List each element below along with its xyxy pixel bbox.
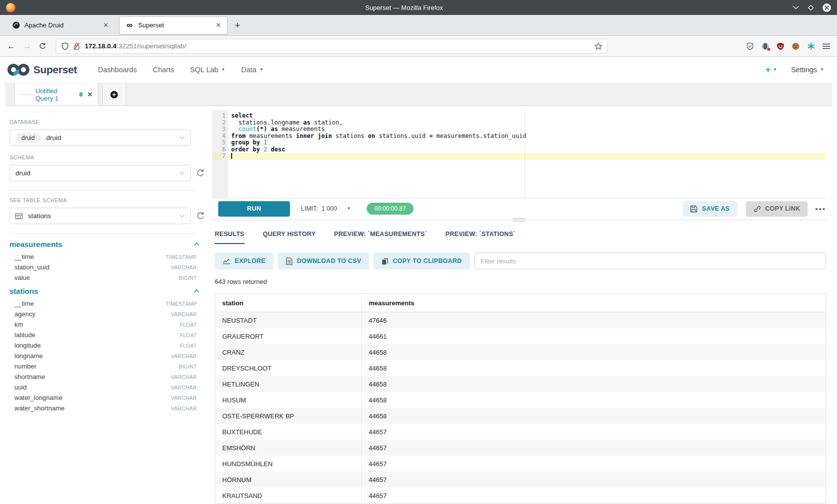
schema-column-row: station_uuid VARCHAR	[9, 262, 197, 272]
window-close-icon[interactable]	[823, 3, 831, 12]
chevron-up-icon[interactable]	[194, 289, 199, 293]
divider	[9, 190, 197, 191]
schema-column-row: longname VARCHAR	[9, 351, 197, 361]
chevron-down-icon: ▼	[773, 68, 777, 72]
add-query-tab-button[interactable]	[102, 83, 126, 106]
query-tab-bar: Untitled Query 1 ✕	[5, 83, 832, 106]
table-row: HUSUM44658	[215, 392, 826, 408]
pane-splitter[interactable]	[212, 220, 826, 224]
query-timer-badge: 00:00:00.87	[367, 203, 413, 215]
table-row: HETLINGEN44658	[215, 376, 826, 392]
forward-button[interactable]: →	[23, 41, 31, 51]
nav-item-data[interactable]: Data▼	[233, 66, 272, 74]
privacy-shield-extension-icon[interactable]	[746, 42, 754, 50]
tab-results[interactable]: RESULTS	[215, 225, 245, 244]
save-as-button[interactable]: SAVE AS	[683, 201, 737, 217]
containers-extension-icon[interactable]	[761, 42, 769, 50]
status-dot	[79, 92, 83, 97]
run-button[interactable]: RUN	[218, 201, 290, 217]
druid-favicon	[12, 21, 20, 29]
schema-select[interactable]: druid	[9, 165, 191, 181]
refresh-schema-icon[interactable]	[196, 169, 205, 177]
add-new-button[interactable]: +▼	[765, 65, 777, 75]
tab-preview-stations[interactable]: PREVIEW: `STATIONS`	[445, 225, 515, 244]
explore-button[interactable]: EXPLORE	[215, 252, 274, 269]
schema-table-header[interactable]: stations	[9, 287, 199, 295]
browser-tab-superset[interactable]: ∞ Superset ✕	[119, 16, 228, 34]
bookmark-star-icon[interactable]	[594, 42, 602, 50]
menu-hamburger-icon[interactable]	[823, 43, 830, 49]
nav-item-dashboards[interactable]: Dashboards	[90, 66, 144, 74]
superset-favicon: ∞	[126, 21, 134, 29]
database-select[interactable]: druid druid	[9, 129, 191, 146]
tab-query-history[interactable]: QUERY HISTORY	[263, 225, 316, 244]
browser-tab-apache-druid[interactable]: Apache Druid ✕	[6, 16, 115, 34]
schema-column-row: __time TIMESTAMP	[9, 252, 197, 262]
results-tbody: NEUSTADT47646GRAUERORT44661CRANZ44658DRE…	[215, 312, 826, 504]
schema-column-row: water_longname VARCHAR	[9, 392, 197, 403]
back-button[interactable]: ←	[7, 41, 15, 51]
sql-editor[interactable]: 1234567 select stations.longname as stat…	[212, 111, 826, 198]
limit-dropdown[interactable]: LIMIT: 1 000 ▼	[301, 205, 351, 212]
copy-link-button[interactable]: COPY LINK	[746, 201, 808, 217]
table-schema-select[interactable]: stations	[9, 208, 191, 224]
more-actions-button[interactable]: •••	[815, 205, 826, 213]
superset-navbar: Superset Dashboards Charts SQL Lab▼ Data…	[0, 57, 837, 83]
filter-results-input[interactable]	[474, 252, 826, 269]
tab-close-icon[interactable]: ✕	[103, 21, 109, 29]
nav-item-charts[interactable]: Charts	[145, 66, 182, 74]
results-tabs: RESULTS QUERY HISTORY PREVIEW: `MEASUREM…	[212, 225, 826, 244]
chart-icon	[223, 258, 230, 264]
superset-brand[interactable]: Superset	[7, 62, 77, 77]
ublock-extension-icon[interactable]	[777, 42, 784, 50]
column-header-measurements[interactable]: measurements	[362, 294, 826, 312]
insecure-lock-icon[interactable]	[73, 42, 80, 50]
snowflake-extension-icon[interactable]	[807, 42, 815, 50]
table-row: BUXTEHUDE44657	[215, 424, 826, 440]
editor-code[interactable]: select stations.longname as station, cou…	[228, 111, 826, 198]
table-row: DREYSCHLOOT44658	[215, 360, 826, 376]
url-bar[interactable]: 172.18.0.4:32251/superset/sqllab/	[56, 39, 608, 54]
plus-circle-icon	[110, 91, 118, 99]
results-actions: EXPLORE DOWNLOAD TO CSV COPY TO CLIPBOAR…	[212, 252, 826, 269]
query-tab[interactable]: Untitled Query 1 ✕	[14, 83, 98, 106]
chevron-down-icon: ▼	[820, 68, 824, 72]
workspace: 1234567 select stations.longname as stat…	[212, 106, 837, 504]
settings-menu[interactable]: Settings▼	[791, 66, 824, 74]
copy-clipboard-button[interactable]: COPY TO CLIPBOARD	[374, 252, 470, 269]
column-header-station[interactable]: station	[215, 294, 362, 312]
chevron-up-icon[interactable]	[194, 243, 199, 246]
table-row: HÖRNUM44657	[215, 472, 826, 488]
browser-toolbar: ← → 172.18.0.4:32251/superset/sqllab/	[0, 36, 837, 57]
file-icon	[286, 257, 292, 265]
nav-item-sql-lab[interactable]: SQL Lab▼	[182, 66, 233, 74]
window-maximize-icon[interactable]	[808, 4, 814, 11]
table-row: OSTE-SPERRWERK BP44658	[215, 408, 826, 424]
table-row: GRAUERORT44661	[215, 328, 826, 344]
new-tab-button[interactable]: +	[235, 20, 240, 31]
table-row: NEUSTADT47646	[215, 312, 826, 329]
print-margin-line	[525, 111, 525, 198]
download-csv-button[interactable]: DOWNLOAD TO CSV	[278, 252, 369, 269]
clipboard-icon	[382, 257, 388, 265]
tab-preview-measurements[interactable]: PREVIEW: `MEASUREMENTS`	[334, 225, 427, 244]
schema-tables: measurements __time TIMESTAMP station_uu…	[9, 240, 212, 413]
refresh-table-icon[interactable]	[196, 212, 205, 220]
splitter-grip-icon[interactable]	[513, 218, 526, 222]
link-icon	[753, 205, 761, 213]
schema-column-row: longitude FLOAT	[9, 340, 197, 351]
cookie-extension-icon[interactable]	[792, 42, 800, 50]
tab-close-icon[interactable]: ✕	[216, 21, 221, 29]
schema-column-row: number BIGINT	[9, 361, 197, 372]
schema-column-row: value BIGINT	[9, 272, 197, 283]
schema-column-row: water_shortname VARCHAR	[9, 403, 197, 413]
schema-table-name: stations	[9, 287, 38, 295]
brand-name: Superset	[33, 64, 77, 76]
drag-handle-icon[interactable]	[20, 94, 31, 95]
query-tab-close-icon[interactable]: ✕	[87, 91, 93, 98]
reload-icon[interactable]	[39, 42, 46, 50]
schema-table-header[interactable]: measurements	[9, 240, 199, 249]
schema-label: SCHEMA	[9, 154, 212, 160]
tracking-shield-icon[interactable]	[61, 42, 69, 50]
window-minimize-icon[interactable]	[793, 5, 799, 9]
